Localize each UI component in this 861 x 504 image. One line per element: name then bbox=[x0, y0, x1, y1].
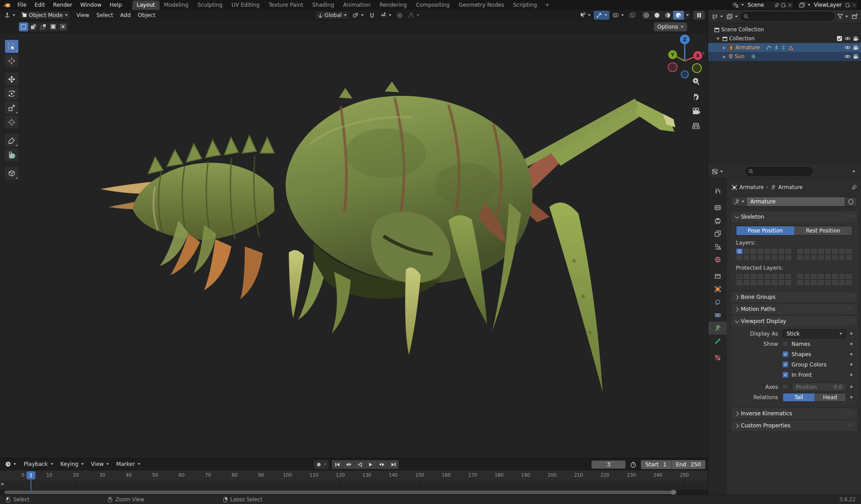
layer-cell[interactable] bbox=[785, 248, 792, 254]
collection-disclosure[interactable]: ▼ bbox=[715, 37, 721, 41]
jump-to-end-button[interactable] bbox=[388, 460, 399, 469]
animate-dot[interactable] bbox=[850, 386, 852, 388]
outliner-display-mode-button[interactable] bbox=[726, 12, 739, 21]
tab-tool[interactable] bbox=[708, 185, 727, 198]
tab-view-layer[interactable] bbox=[708, 227, 727, 240]
timeline-scrollbar[interactable] bbox=[4, 491, 675, 494]
layer-cell[interactable] bbox=[818, 254, 825, 261]
workspace-tab[interactable]: Sculpting bbox=[193, 0, 227, 10]
panel-viewport-display-header[interactable]: Viewport Display bbox=[731, 316, 857, 327]
layer-cell[interactable] bbox=[804, 254, 811, 261]
new-scene-icon[interactable] bbox=[781, 3, 786, 8]
pose-position-button[interactable]: Pose Position bbox=[736, 226, 794, 235]
proportional-editing-toggle[interactable] bbox=[395, 11, 405, 20]
panel-grip-icon[interactable] bbox=[847, 307, 853, 311]
sidebar-collapse-arrow[interactable]: ‹ bbox=[702, 49, 704, 56]
layer-cell[interactable] bbox=[796, 273, 804, 280]
armature-id-dropdown[interactable] bbox=[731, 197, 747, 207]
layer-cell[interactable] bbox=[743, 280, 750, 286]
layer-cell[interactable] bbox=[825, 248, 832, 254]
workspace-tab[interactable]: Layout bbox=[132, 0, 160, 10]
shapes-checkbox[interactable]: ✓ bbox=[783, 351, 788, 357]
properties-options-caret[interactable] bbox=[852, 171, 855, 172]
panel-bone-groups-header[interactable]: Bone Groups bbox=[731, 292, 857, 302]
names-checkbox[interactable] bbox=[783, 341, 788, 347]
tab-bone[interactable] bbox=[708, 335, 727, 348]
tab-object[interactable] bbox=[708, 283, 727, 296]
layer-cell[interactable] bbox=[839, 254, 846, 261]
tab-scene[interactable] bbox=[708, 240, 727, 253]
tab-world[interactable] bbox=[708, 253, 727, 266]
layer-cell[interactable] bbox=[764, 280, 771, 286]
layer-cell[interactable] bbox=[810, 248, 818, 254]
hide-eye-icon[interactable] bbox=[844, 45, 851, 50]
breadcrumb-data[interactable]: Armature bbox=[778, 184, 803, 190]
layer-cell[interactable] bbox=[743, 273, 750, 280]
overlays-toggle[interactable] bbox=[610, 11, 626, 20]
group-colors-checkbox[interactable]: ✓ bbox=[783, 362, 788, 367]
playhead-line[interactable] bbox=[30, 478, 31, 491]
head-button[interactable]: Head bbox=[814, 393, 846, 401]
view-layer-name[interactable]: ViewLayer bbox=[812, 2, 844, 8]
layer-cell[interactable] bbox=[750, 254, 757, 261]
outliner-editor-type-button[interactable] bbox=[711, 12, 724, 21]
cursor-tool-button[interactable] bbox=[4, 54, 19, 68]
layer-cell[interactable] bbox=[845, 254, 852, 261]
options-button[interactable]: Options bbox=[654, 22, 687, 31]
panel-inverse-kinematics-header[interactable]: Inverse Kinematics bbox=[731, 408, 857, 419]
layer-cell[interactable] bbox=[831, 254, 839, 261]
sun-disclosure[interactable]: ▶ bbox=[722, 55, 727, 59]
layer-cell[interactable] bbox=[771, 273, 778, 280]
layer-cell[interactable] bbox=[845, 280, 852, 286]
timeline-editor-type-button[interactable] bbox=[3, 460, 18, 469]
new-view-layer-icon[interactable] bbox=[845, 3, 850, 8]
select-invert-button[interactable] bbox=[48, 22, 58, 31]
layer-cell[interactable] bbox=[796, 254, 804, 261]
layer-cell[interactable] bbox=[778, 254, 785, 261]
annotate-tool-button[interactable] bbox=[4, 134, 19, 147]
viewport-menu-item[interactable]: Add bbox=[117, 10, 134, 20]
mode-dropdown[interactable]: Object Mode bbox=[19, 11, 70, 20]
workspace-tab[interactable]: Texture Paint bbox=[264, 0, 308, 10]
layer-cell[interactable] bbox=[771, 254, 778, 261]
workspace-tab[interactable]: Geometry Nodes bbox=[454, 0, 509, 10]
outliner-filter-button[interactable] bbox=[836, 12, 849, 21]
armature-layers-grid[interactable] bbox=[736, 248, 852, 261]
layer-cell[interactable] bbox=[810, 280, 818, 286]
hide-eye-icon[interactable] bbox=[844, 54, 851, 59]
next-keyframe-button[interactable] bbox=[377, 460, 387, 469]
editor-type-button[interactable] bbox=[2, 11, 17, 20]
hide-eye-icon[interactable] bbox=[844, 36, 851, 41]
panel-grip-icon[interactable] bbox=[847, 319, 853, 323]
layer-cell[interactable] bbox=[757, 248, 764, 254]
transform-tool-button[interactable] bbox=[4, 115, 19, 129]
layer-cell[interactable] bbox=[810, 273, 818, 280]
axis-negative-x-ball[interactable] bbox=[668, 63, 677, 72]
current-frame-field[interactable]: 3 bbox=[591, 460, 626, 469]
timeline-ruler[interactable]: 0102030405060708090100110120130140150160… bbox=[0, 470, 708, 481]
render-camera-icon[interactable] bbox=[853, 36, 859, 41]
timeline-channels[interactable] bbox=[0, 481, 708, 490]
select-box-tool-button[interactable] bbox=[4, 39, 19, 53]
remove-view-layer-icon[interactable] bbox=[852, 3, 856, 7]
layer-cell[interactable] bbox=[839, 248, 846, 254]
layer-cell[interactable] bbox=[750, 248, 757, 254]
render-camera-icon[interactable] bbox=[853, 45, 859, 50]
workspace-tab[interactable]: Rendering bbox=[375, 0, 411, 10]
layer-cell[interactable] bbox=[839, 273, 846, 280]
layer-cell[interactable] bbox=[845, 273, 852, 280]
layer-cell[interactable] bbox=[845, 248, 852, 254]
menu-item[interactable]: File bbox=[13, 0, 30, 10]
workspace-tab[interactable]: Compositing bbox=[411, 0, 454, 10]
layer-cell[interactable] bbox=[810, 254, 818, 261]
workspace-tab[interactable]: Modeling bbox=[160, 0, 193, 10]
panel-motion-paths-header[interactable]: Motion Paths bbox=[731, 304, 857, 314]
add-cube-tool-button[interactable] bbox=[4, 166, 19, 180]
orientation-dropdown[interactable]: Global bbox=[315, 11, 349, 20]
animate-dot[interactable] bbox=[850, 353, 852, 355]
panel-grip-icon[interactable] bbox=[847, 215, 853, 219]
panel-skeleton-header[interactable]: Skeleton bbox=[731, 211, 857, 222]
breadcrumb-object[interactable]: Armature bbox=[739, 184, 764, 190]
layer-cell[interactable] bbox=[736, 280, 743, 286]
play-button[interactable] bbox=[365, 460, 376, 469]
